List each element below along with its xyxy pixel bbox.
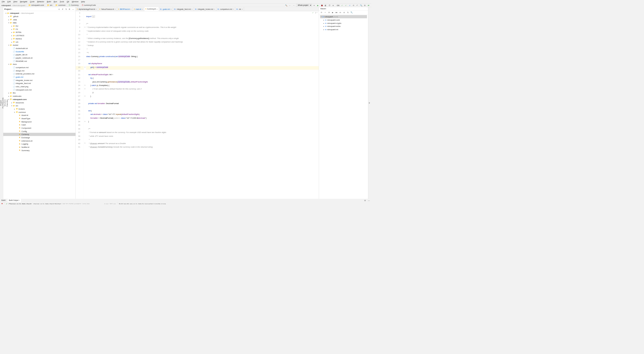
tree-item-component[interactable]: KComponent (3, 126, 76, 130)
fold-toggle[interactable]: ⊖ (84, 142, 86, 146)
close-tab-icon[interactable]: × (156, 8, 158, 10)
editor-tab-goals-md[interactable]: M↓goals.md× (159, 7, 173, 11)
tree-item-external-providers-md[interactable]: 📄external_providers.md (3, 72, 76, 75)
fold-toggle[interactable] (84, 102, 86, 106)
code-line[interactable]: * Format an amount based on the currency… (86, 131, 319, 135)
tree-item-exchange[interactable]: KExchange (3, 136, 76, 139)
tree-item-common[interactable]: ▾📁common (3, 110, 76, 114)
build-tab-label[interactable]: Build: (0, 199, 7, 202)
gutter-line[interactable]: 30 (76, 106, 84, 109)
coverage-icon[interactable]: ◧ (324, 4, 327, 7)
code-line[interactable]: * (86, 139, 319, 142)
tree-item-integrate-feed-md[interactable]: 📄integrate_feed.md (3, 82, 76, 85)
maven-download-icon[interactable]: ⬇ (328, 11, 330, 14)
gutter-line[interactable]: 19 (76, 66, 84, 70)
tree-item-notifier-kt[interactable]: KNotifier.kt (3, 146, 76, 149)
tree-item-currency[interactable]: KCurrency (3, 133, 76, 136)
menu-tools[interactable]: Tools (60, 1, 64, 3)
close-tab-icon[interactable]: × (114, 8, 116, 10)
menu-file[interactable]: File (2, 1, 5, 3)
code-line[interactable]: **/ (86, 52, 319, 55)
stop-icon[interactable]: ■ (332, 4, 334, 7)
fold-toggle[interactable] (84, 77, 86, 80)
code-line[interactable]: val defaultFractionDigits: Int = (86, 73, 319, 77)
tree-item-eu[interactable]: ▸📁EU (3, 24, 76, 28)
fold-toggle[interactable] (84, 48, 86, 52)
code-line[interactable]: java.util.Currency.getInstance(currencyC… (86, 81, 319, 84)
code-line[interactable]: * lookup. (86, 44, 319, 48)
code-line[interactable] (86, 124, 319, 128)
fold-toggle[interactable] (84, 99, 86, 102)
tree-item-libs[interactable]: ▸📁libs (3, 91, 76, 95)
maven-item-roboquant-ml[interactable]: ▸ m roboquant-ml (320, 28, 367, 31)
menu-edit[interactable]: Edit (7, 1, 11, 3)
tree-item-readme-md[interactable]: 📄README.md (3, 59, 76, 63)
tree-item-cash[interactable]: KCash (3, 123, 76, 126)
maven-toggle-offline-icon[interactable]: ⊘ (343, 11, 345, 14)
tree-item-dockerfile[interactable]: 📄Dockerfile (3, 50, 76, 53)
menu-view[interactable]: View (13, 1, 17, 3)
code-line[interactable]: * @param amount The amount as a Double (86, 142, 319, 146)
expand-all-icon[interactable]: ⇵ (61, 8, 64, 10)
editor-tab-yahoofinance-kt[interactable]: KYahooFinance.kt× (98, 7, 117, 11)
close-tab-icon[interactable]: × (233, 8, 234, 10)
tree-item-roboquant[interactable]: ▾📁roboquant~/dev/roboquant (3, 12, 76, 15)
gutter-line[interactable]: 29 (76, 102, 84, 106)
code-line[interactable]: formatter = DecimalFormat( pattern: clas… (86, 117, 319, 120)
code-line[interactable] (86, 19, 319, 23)
line-gutter[interactable]: 4567891011121314151617181920212223242526… (76, 11, 84, 199)
tree-item-comparison-md[interactable]: 📄comparison.md (3, 66, 76, 69)
gutter-line[interactable]: 34 (76, 120, 84, 124)
fold-toggle[interactable] (84, 12, 86, 15)
code-line[interactable]: * while JPY would have none. (86, 135, 319, 139)
tree-item-notebooks[interactable]: ▸📁notebooks (3, 95, 76, 98)
fold-toggle[interactable] (84, 30, 86, 33)
gutter-line[interactable]: 26 (76, 92, 84, 95)
code-line[interactable]: /** (86, 128, 319, 131)
editor-tab-integrate-feed-md[interactable]: M↓integrate_feed.md× (173, 7, 194, 11)
tree-item-dockerbuild-sh[interactable]: 📄dockerbuild.sh (3, 47, 76, 50)
git-history-icon[interactable]: ⟲ (352, 4, 355, 7)
breadcrumb-item[interactable]: 📁 roboquant-core (28, 4, 44, 6)
editor-tab-alphavantagefeed-kt[interactable]: KAlphaVantageFeed.kt× (76, 7, 98, 11)
breadcrumb-item[interactable]: ⓟ currencyCode (82, 4, 96, 6)
code-line[interactable] (86, 12, 319, 15)
maven-item-roboquant-crypto[interactable]: ▸ m roboquant-crypto (320, 21, 367, 25)
build-tree[interactable]: ✔ Classes up-to-date check: classes up-t… (4, 202, 117, 204)
fold-toggle[interactable] (84, 33, 86, 37)
code-line[interactable]: } (86, 120, 319, 124)
breadcrumb-item[interactable]: Ⓒ Currency (69, 4, 79, 6)
fold-toggle[interactable] (84, 23, 86, 26)
editor-inspection-status[interactable]: ✓ 1 ^ (312, 12, 317, 14)
tree-item-roboquant-core[interactable]: ▾📁roboquant-core (3, 98, 76, 101)
fold-toggle[interactable] (84, 70, 86, 73)
fold-toggle[interactable] (84, 131, 86, 135)
maven-settings-icon[interactable]: 🔧 (350, 11, 353, 14)
close-tab-icon[interactable]: × (142, 8, 143, 10)
close-tab-icon[interactable]: × (242, 8, 243, 10)
gutter-line[interactable]: 12 (76, 41, 84, 44)
project-tool-button[interactable]: Project (0, 9, 2, 197)
tree-item-src[interactable]: ▾📁src (3, 104, 76, 107)
git-commit-icon[interactable]: ✓ (345, 4, 347, 7)
editor-tab-comparison-md[interactable]: M↓comparison.md× (216, 7, 235, 11)
fold-toggle[interactable] (84, 41, 86, 44)
gutter-line[interactable]: 20 (76, 70, 84, 73)
build-output-tab[interactable]: Build Output × (7, 199, 21, 202)
code-line[interactable]: val decimals = class="str">"0".repeat(de… (86, 113, 319, 117)
hide-panel-icon[interactable]: — (72, 8, 74, 10)
fold-toggle[interactable] (84, 146, 86, 149)
fold-toggle[interactable]: ⊖ (84, 120, 86, 124)
gutter-line[interactable]: 15 (76, 52, 84, 55)
build-stop-icon[interactable]: ■ (0, 202, 4, 204)
code-line[interactable] (86, 99, 319, 102)
tree-item-extensions-kt[interactable]: Kextensions.kt (3, 139, 76, 143)
maven-collapse-icon[interactable]: ⇅ (346, 11, 349, 14)
maven-item-roboquant-core[interactable]: ▸ m roboquant-core (320, 18, 367, 22)
code-line[interactable]: * Currency implementation that supports … (86, 26, 319, 30)
fold-toggle[interactable] (84, 15, 86, 19)
code-line[interactable]: private val formatter: DecimalFormat (86, 102, 319, 106)
gutter-line[interactable]: 22 (76, 77, 84, 80)
close-tab-icon[interactable]: × (170, 8, 172, 10)
fold-toggle[interactable] (84, 55, 86, 59)
